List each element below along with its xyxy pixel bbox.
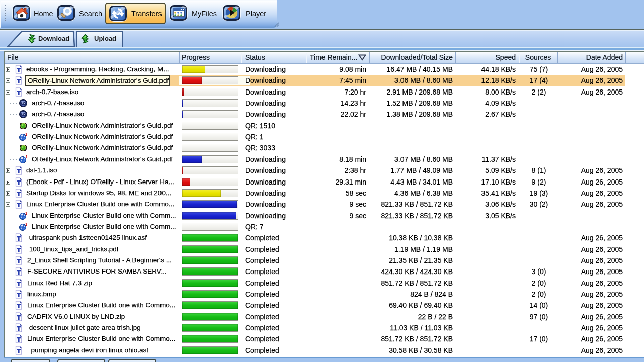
- svg-text:1: 1: [25, 132, 27, 137]
- svg-text:1: 1: [25, 211, 27, 216]
- svg-text:1: 1: [25, 222, 27, 227]
- svg-text:1: 1: [25, 155, 27, 159]
